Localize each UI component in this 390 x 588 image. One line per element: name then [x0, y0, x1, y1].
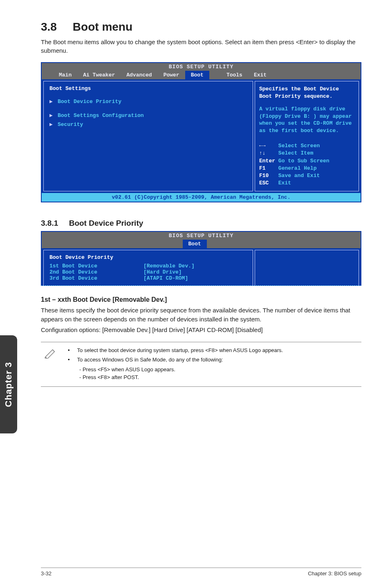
tab-boot[interactable]: Boot: [183, 240, 207, 248]
tab-gap: [209, 71, 221, 79]
bullet-dot-icon: •: [68, 346, 70, 355]
tab-boot[interactable]: Boot: [185, 71, 209, 79]
priority-row-1[interactable]: 1st Boot Device [Removable Dev.]: [49, 263, 247, 269]
tab-ai-tweaker[interactable]: Ai Tweaker: [77, 71, 121, 79]
section-title-text: Boot menu: [73, 20, 132, 33]
help-virtual-floppy: A virtual floppy disk drive (Floppy Driv…: [259, 105, 354, 134]
chapter-label: Chapter 3: [3, 362, 14, 407]
note-box: • To select the boot device during syste…: [41, 342, 361, 387]
bios-right-pane: Specifies the Boot Device Boot Priority …: [255, 81, 359, 191]
tab-spacer: [42, 71, 53, 79]
tab-advanced[interactable]: Advanced: [121, 71, 157, 79]
bios-left-pane: Boot Settings ▶ Boot Device Priority ▶ B…: [43, 81, 253, 191]
chapter-title: Chapter 3: BIOS setup: [308, 570, 361, 577]
note-content: • To select the boot device during syste…: [68, 346, 283, 382]
note-subitem-b: - Press <F8> after POST.: [68, 373, 283, 382]
subsection-heading: 3.8.1 Boot Device Priority: [41, 219, 361, 228]
priority-row-2[interactable]: 2nd Boot Device [Hard Drive]: [49, 269, 247, 275]
note-subitem-a: - Press <F5> when ASUS Logo appears.: [68, 366, 283, 374]
menu-boot-settings-config[interactable]: ▶ Boot Settings Configuration: [49, 112, 247, 119]
bios-tab-row-small: Boot: [42, 240, 361, 248]
intro-paragraph: The Boot menu items allow you to change …: [41, 38, 361, 55]
subsection-title: Boot Device Priority: [69, 219, 143, 227]
bios-panel-boot-priority: BIOS SETUP UTILITY Boot Boot Device Prio…: [41, 231, 361, 286]
menu-label: Boot Device Priority: [58, 99, 121, 105]
boot-priority-heading: Boot Device Priority: [49, 254, 247, 260]
key-hint: Enter: [259, 158, 275, 164]
note-text: To select the boot device during system …: [77, 346, 283, 355]
key-hint: ←→: [259, 143, 266, 149]
tab-spacer: [207, 240, 361, 248]
triangle-icon: ▶: [49, 112, 54, 119]
triangle-icon: ▶: [49, 98, 54, 105]
menu-label: Security: [58, 121, 83, 128]
note-text: To access Windows OS in Safe Mode, do an…: [77, 356, 223, 364]
bios-tab-row: Main Ai Tweaker Advanced Power Boot Tool…: [42, 71, 361, 79]
chapter-side-tab: Chapter 3: [0, 335, 17, 433]
device-label: 3rd Boot Device: [49, 275, 143, 281]
bios-header-small: BIOS SETUP UTILITY Boot: [42, 232, 361, 248]
device-label: 2nd Boot Device: [49, 269, 143, 275]
tab-spacer: [42, 240, 183, 248]
paragraph-body-1: These items specify the boot device prio…: [41, 306, 361, 324]
paragraph-body-2: Configuration options: [Removable Dev.] …: [41, 325, 361, 334]
help-line2: Boot Priority sequence.: [259, 93, 332, 99]
section-number: 3.8: [41, 20, 57, 33]
note-bullet-1: • To select the boot device during syste…: [68, 346, 283, 355]
key-hint: F10: [259, 173, 269, 179]
note-bullet-2: • To access Windows OS in Safe Mode, do …: [68, 356, 283, 364]
section-heading: 3.8 Boot menu: [41, 20, 361, 34]
page-footer: 3-32 Chapter 3: BIOS setup: [41, 568, 361, 577]
menu-label: Boot Settings Configuration: [58, 112, 144, 119]
tab-tools[interactable]: Tools: [221, 71, 248, 79]
key-label: Select Item: [278, 150, 314, 156]
key-help-block: ←→ Select Screen ↑↓ Select Item Enter Go…: [259, 142, 354, 187]
key-label: Exit: [278, 180, 291, 186]
help-line1: Specifies the Boot Device: [259, 86, 339, 92]
key-label: Select Screen: [278, 143, 320, 149]
key-hint: ESC: [259, 180, 269, 186]
bios-setup-utility-label: BIOS SETUP UTILITY: [42, 232, 361, 240]
tab-exit[interactable]: Exit: [248, 71, 272, 79]
bios-setup-utility-label: BIOS SETUP UTILITY: [42, 63, 361, 71]
menu-boot-device-priority[interactable]: ▶ Boot Device Priority: [49, 98, 247, 105]
bios-left-pane-small: Boot Device Priority 1st Boot Device [Re…: [43, 250, 253, 285]
device-value: [Hard Drive]: [143, 269, 182, 275]
triangle-icon: ▶: [49, 121, 54, 128]
svg-line-0: [53, 350, 55, 352]
key-label: Save and Exit: [278, 173, 320, 179]
bios-copyright-footer: v02.61 (C)Copyright 1985-2009, American …: [42, 193, 361, 202]
bullet-dot-icon: •: [68, 356, 70, 364]
note-pencil-icon: [44, 346, 58, 382]
menu-security[interactable]: ▶ Security: [49, 121, 247, 128]
key-hint: ↑↓: [259, 150, 266, 156]
priority-row-3[interactable]: 3rd Boot Device [ATAPI CD-ROM]: [49, 275, 247, 281]
page-number: 3-32: [41, 570, 52, 577]
bios-panel-boot-settings: BIOS SETUP UTILITY Main Ai Tweaker Advan…: [41, 62, 361, 202]
key-label: General Help: [278, 165, 317, 171]
subsection-number: 3.8.1: [41, 219, 58, 227]
device-value: [ATAPI CD-ROM]: [143, 275, 188, 281]
boot-settings-heading: Boot Settings: [49, 85, 247, 92]
bios-header: BIOS SETUP UTILITY Main Ai Tweaker Advan…: [42, 63, 361, 79]
tab-power[interactable]: Power: [158, 71, 185, 79]
paragraph-heading: 1st – xxth Boot Device [Removable Dev.]: [41, 296, 361, 303]
device-value: [Removable Dev.]: [143, 263, 195, 269]
bios-right-pane-small: [255, 250, 359, 285]
help-description: Specifies the Boot Device Boot Priority …: [259, 85, 354, 100]
key-label: Go to Sub Screen: [278, 158, 329, 164]
tab-main[interactable]: Main: [53, 71, 77, 79]
device-label: 1st Boot Device: [49, 263, 143, 269]
key-hint: F1: [259, 165, 266, 171]
